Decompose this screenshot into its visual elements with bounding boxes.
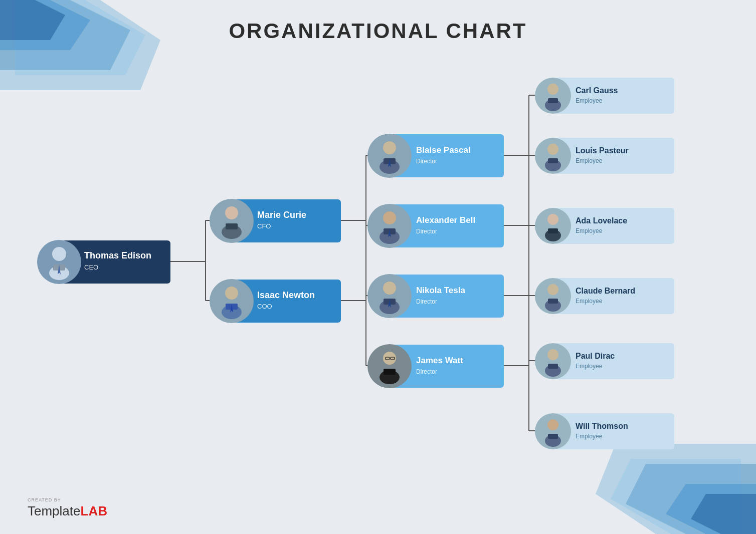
svg-point-97 (547, 349, 558, 360)
svg-rect-42 (226, 223, 238, 229)
svg-point-34 (52, 247, 66, 261)
svg-rect-89 (548, 228, 558, 233)
alexander-bell-role: Director (416, 228, 437, 235)
carl-gauss-name: Carl Gauss (576, 86, 618, 95)
marie-curie-name: Marie Curie (257, 210, 306, 220)
svg-rect-84 (548, 158, 558, 163)
svg-point-57 (383, 211, 396, 224)
svg-rect-71 (384, 369, 396, 375)
svg-point-87 (547, 214, 558, 225)
james-watt-name: James Watt (416, 356, 463, 365)
svg-rect-99 (548, 364, 558, 369)
nikola-tesla-role: Director (416, 298, 437, 305)
blaise-pascal-name: Blaise Pascal (416, 145, 471, 155)
svg-rect-75 (554, 78, 674, 114)
svg-point-77 (547, 84, 558, 95)
logo-template: Template (28, 503, 81, 518)
svg-rect-79 (548, 98, 558, 103)
svg-point-40 (225, 206, 238, 219)
svg-rect-90 (554, 278, 674, 314)
isaac-newton-name: Isaac Newton (257, 290, 315, 300)
will-thomson-name: Will Thomson (576, 422, 628, 430)
org-chart-svg: Thomas Edison CEO Marie Curie CFO Isaac … (0, 0, 756, 534)
nikola-tesla-name: Nikola Tesla (416, 286, 465, 295)
svg-point-102 (547, 419, 558, 430)
svg-rect-95 (554, 343, 674, 379)
carl-gauss-role: Employee (576, 97, 603, 104)
svg-rect-104 (548, 434, 558, 439)
louis-pasteur-role: Employee (576, 157, 603, 164)
blaise-pascal-role: Director (416, 158, 437, 165)
ada-lovelace-name: Ada Lovelace (576, 216, 627, 225)
svg-rect-80 (554, 138, 674, 174)
svg-point-82 (547, 144, 558, 155)
james-watt-role: Director (416, 368, 437, 375)
logo-lab: LAB (81, 503, 107, 518)
louis-pasteur-name: Louis Pasteur (576, 146, 629, 155)
paul-dirac-name: Paul Dirac (576, 352, 615, 360)
svg-point-51 (383, 141, 396, 154)
marie-curie-role: CFO (257, 222, 271, 230)
logo-created-by: CREATED BY (28, 497, 107, 502)
logo: CREATED BY TemplateLAB (28, 497, 107, 519)
svg-rect-85 (554, 208, 674, 244)
logo-brand: TemplateLAB (28, 503, 107, 519)
paul-dirac-role: Employee (576, 363, 603, 370)
claude-bernard-name: Claude Bernard (576, 287, 635, 295)
svg-point-63 (383, 282, 396, 295)
ada-lovelace-role: Employee (576, 227, 603, 234)
svg-point-45 (225, 287, 238, 300)
svg-point-92 (547, 284, 558, 295)
claude-bernard-role: Employee (576, 298, 603, 305)
ceo-name: Thomas Edison (84, 250, 151, 260)
ceo-role: CEO (84, 263, 98, 271)
svg-rect-94 (548, 299, 558, 304)
alexander-bell-name: Alexander Bell (416, 215, 475, 225)
will-thomson-role: Employee (576, 433, 603, 440)
isaac-newton-role: COO (257, 303, 272, 310)
svg-rect-100 (554, 413, 674, 449)
